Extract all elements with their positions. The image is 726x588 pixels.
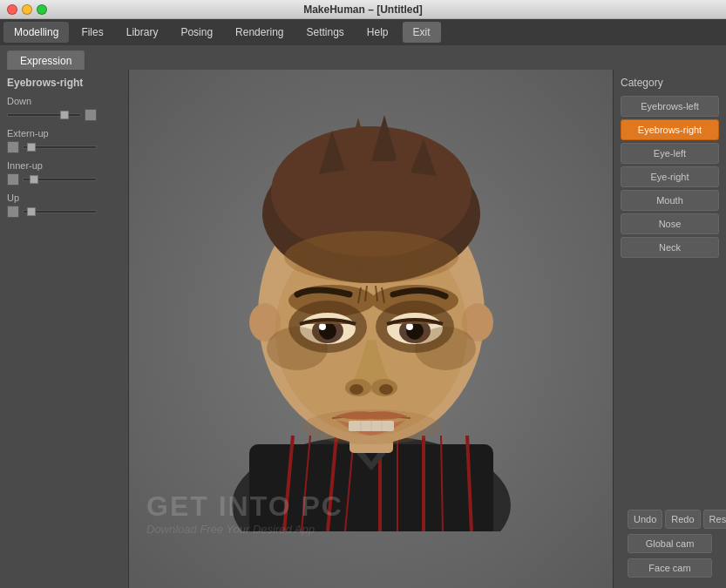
category-title: Category [621,77,719,89]
slider-label-inner-up: Inner-up [7,160,121,171]
slider-label-extern-up: Extern-up [7,128,121,139]
slider-thumb-up[interactable] [7,206,19,218]
menu-item-library[interactable]: Library [116,22,169,43]
redo-button[interactable]: Redo [665,510,700,529]
menu-item-posing[interactable]: Posing [170,22,223,43]
svg-point-40 [379,384,393,395]
character-area: GET INTO PC Download Free Your Desired A… [129,70,613,588]
svg-point-46 [267,327,328,370]
category-btn-eyebrows-left[interactable]: Eyebrows-left [621,96,719,117]
slider-row-down [7,109,121,121]
svg-point-45 [302,409,441,444]
slider-handle-up[interactable] [27,207,36,216]
slider-group-down: Down [7,96,121,121]
slider-handle-extern-up[interactable] [27,143,36,152]
category-btn-eye-right[interactable]: Eye-right [621,166,719,187]
slider-thumb-down[interactable] [85,109,97,121]
undo-redo-row: Undo Redo Reset [628,510,712,529]
slider-row-inner-up [7,173,121,186]
category-btn-neck[interactable]: Neck [621,237,719,258]
panel-title: Eyebrows-right [7,77,121,89]
watermark: GET INTO PC Download Free Your Desired A… [146,490,343,536]
face-cam-button[interactable]: Face cam [628,558,712,578]
slider-row-extern-up [7,141,121,153]
slider-group-up: Up [7,193,121,218]
svg-point-47 [415,327,476,370]
slider-group-inner-up: Inner-up [7,160,121,186]
tab-bar: Expression [0,45,726,70]
slider-label-down: Down [7,96,121,106]
slider-thumb-extern-up[interactable] [7,141,19,153]
watermark-line2: Download Free Your Desired App [146,523,343,536]
character-render [162,78,580,531]
tab-expression[interactable]: Expression [7,51,85,70]
menu-bar: Modelling Files Library Posing Rendering… [0,19,726,45]
category-btn-eye-left[interactable]: Eye-left [621,143,719,164]
category-btn-eyebrows-right[interactable]: Eyebrows-right [621,119,719,140]
undo-button[interactable]: Undo [628,510,662,529]
menu-item-settings[interactable]: Settings [295,22,354,43]
menu-item-files[interactable]: Files [71,22,113,43]
slider-track-inner-up[interactable] [23,178,97,181]
viewport[interactable]: GET INTO PC Download Free Your Desired A… [129,70,613,588]
watermark-line1: GET INTO PC [146,490,343,523]
slider-track-down[interactable] [7,113,81,117]
window-title: MakeHuman – [Untitled] [303,3,423,16]
menu-item-modelling[interactable]: Modelling [3,22,69,43]
slider-group-extern-up: Extern-up [7,128,121,153]
bottom-controls: Undo Redo Reset Global cam Face cam [621,506,719,581]
category-btn-mouth[interactable]: Mouth [621,190,719,211]
slider-handle-down[interactable] [60,111,69,119]
svg-point-24 [284,231,458,283]
left-panel: Eyebrows-right Down Extern-up Inner-up [0,70,129,588]
right-panel: Category Eyebrows-left Eyebrows-right Ey… [613,70,726,588]
menu-item-help[interactable]: Help [356,22,399,43]
svg-point-36 [406,323,413,330]
slider-label-up: Up [7,193,121,203]
reset-button[interactable]: Reset [703,510,726,529]
category-btn-nose[interactable]: Nose [621,213,719,234]
slider-thumb-inner-up[interactable] [7,173,19,186]
global-cam-button[interactable]: Global cam [628,534,712,553]
title-bar: MakeHuman – [Untitled] [0,0,726,19]
window-controls [7,4,47,15]
close-button[interactable] [7,4,17,15]
slider-track-up[interactable] [23,210,97,213]
slider-handle-inner-up[interactable] [30,175,38,184]
main-content: Eyebrows-right Down Extern-up Inner-up [0,70,726,588]
menu-item-rendering[interactable]: Rendering [225,22,294,43]
slider-track-extern-up[interactable] [23,145,97,149]
svg-point-32 [319,323,326,330]
svg-point-39 [349,384,363,395]
slider-row-up [7,206,121,218]
minimize-button[interactable] [22,4,32,15]
maximize-button[interactable] [37,4,47,15]
menu-item-exit[interactable]: Exit [403,22,441,43]
